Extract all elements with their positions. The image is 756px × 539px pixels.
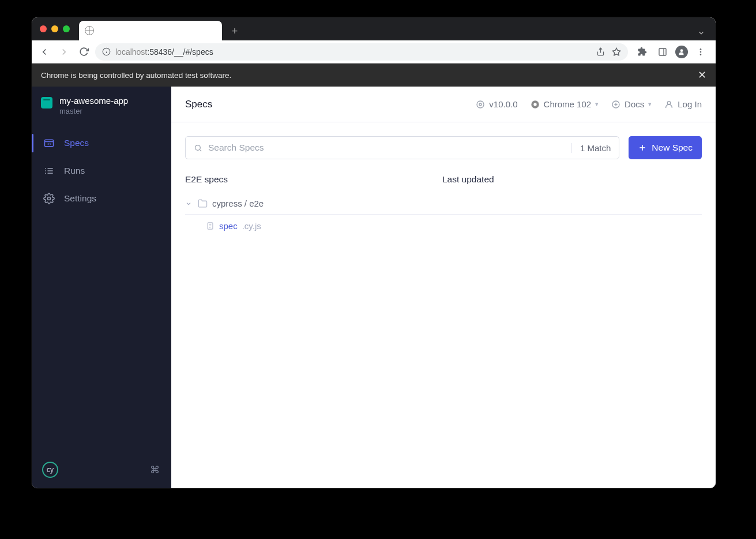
svg-point-24: [533, 103, 536, 106]
bookmark-icon[interactable]: [612, 47, 621, 57]
project-name: my-awesome-app: [59, 96, 128, 106]
chrome-icon: [531, 100, 540, 109]
svg-point-7: [680, 49, 683, 52]
version-item[interactable]: v10.0.0: [476, 99, 517, 109]
new-tab-button[interactable]: +: [227, 23, 243, 39]
user-icon: [664, 100, 674, 109]
extensions-button[interactable]: [634, 44, 650, 60]
site-info-icon[interactable]: [102, 47, 111, 56]
active-tab[interactable]: [79, 21, 222, 40]
svg-point-22: [479, 103, 482, 106]
new-spec-button[interactable]: New Spec: [629, 136, 702, 159]
sidebar-item-runs[interactable]: Runs: [32, 157, 171, 185]
cypress-app: my-awesome-app master <> Specs Runs: [32, 87, 716, 488]
spec-extension: .cy.js: [242, 221, 261, 231]
side-panel-button[interactable]: [655, 44, 671, 60]
chevron-down-icon: ▾: [648, 100, 652, 108]
svg-point-10: [700, 54, 702, 55]
tab-favicon-globe-icon: [85, 26, 94, 35]
docs-icon: [611, 100, 620, 109]
folder-label: cypress / e2e: [212, 199, 264, 208]
spec-row[interactable]: spec.cy.js: [185, 215, 702, 237]
svg-point-8: [700, 48, 702, 50]
document-icon: [206, 222, 215, 230]
content: Specs v10.0.0 Chrome 102 ▾: [171, 87, 716, 488]
sidebar-item-label: Specs: [64, 138, 89, 148]
project-header[interactable]: my-awesome-app master: [32, 87, 171, 126]
minimize-window-button[interactable]: [51, 25, 58, 32]
chevron-down-icon: ▾: [595, 100, 599, 108]
page-title: Specs: [185, 99, 212, 110]
keyboard-shortcuts-icon[interactable]: ⌘: [150, 464, 160, 476]
sidebar: my-awesome-app master <> Specs Runs: [32, 87, 171, 488]
svg-line-28: [200, 149, 201, 151]
sidebar-item-specs[interactable]: <> Specs: [32, 129, 171, 157]
sidebar-item-label: Runs: [64, 166, 85, 176]
browser-selector[interactable]: Chrome 102 ▾: [531, 99, 599, 109]
automation-infobar: Chrome is being controlled by automated …: [32, 63, 716, 87]
sidebar-item-label: Settings: [64, 193, 96, 204]
columns-header: E2E specs Last updated: [171, 159, 716, 193]
runs-icon: [43, 165, 55, 177]
infobar-close-button[interactable]: ✕: [698, 69, 706, 81]
tab-overflow-button[interactable]: [697, 29, 711, 40]
svg-point-27: [195, 145, 201, 150]
sidebar-nav: <> Specs Runs Settings: [32, 126, 171, 212]
profile-button[interactable]: [675, 46, 688, 58]
share-icon[interactable]: [596, 47, 605, 56]
login-button[interactable]: Log In: [664, 99, 702, 109]
svg-point-21: [477, 101, 484, 108]
maximize-window-button[interactable]: [63, 25, 70, 32]
spec-name: spec: [219, 221, 238, 231]
svg-point-20: [48, 197, 51, 200]
cypress-logo[interactable]: cy: [42, 462, 58, 478]
column-specs: E2E specs: [185, 174, 442, 185]
specs-icon: <>: [43, 137, 55, 149]
gear-icon: [43, 193, 55, 204]
svg-marker-4: [612, 48, 620, 55]
svg-rect-5: [659, 48, 666, 55]
project-icon: [41, 97, 52, 108]
svg-point-9: [700, 51, 702, 53]
plus-icon: [638, 143, 647, 152]
url-text: localhost:58436/__/#/specs: [115, 47, 213, 57]
search-icon: [194, 144, 202, 152]
project-branch: master: [59, 107, 128, 115]
search-match-count: 1 Match: [571, 143, 611, 153]
search-row: 1 Match New Spec: [171, 122, 716, 159]
sidebar-footer: cy ⌘: [32, 452, 171, 488]
window-controls: [36, 17, 76, 40]
address-bar[interactable]: localhost:58436/__/#/specs: [95, 43, 628, 61]
docs-link[interactable]: Docs ▾: [611, 99, 652, 109]
svg-text:<>: <>: [47, 142, 52, 146]
browser-toolbar: localhost:58436/__/#/specs: [32, 40, 716, 63]
folder-icon: [198, 199, 208, 208]
search-input[interactable]: [202, 143, 566, 153]
reload-button[interactable]: [76, 44, 92, 60]
chevron-down-icon: [185, 200, 193, 207]
spec-tree: cypress / e2e spec.cy.js: [171, 193, 716, 237]
version-icon: [476, 100, 485, 109]
search-box[interactable]: 1 Match: [185, 136, 619, 159]
column-updated: Last updated: [442, 174, 494, 185]
svg-point-26: [668, 101, 671, 104]
tab-strip: +: [32, 17, 716, 40]
folder-row[interactable]: cypress / e2e: [185, 193, 702, 215]
menu-button[interactable]: [693, 44, 709, 60]
back-button[interactable]: [36, 44, 52, 60]
content-header: Specs v10.0.0 Chrome 102 ▾: [171, 87, 716, 122]
sidebar-item-settings[interactable]: Settings: [32, 185, 171, 212]
infobar-text: Chrome is being controlled by automated …: [41, 71, 231, 80]
forward-button[interactable]: [56, 44, 72, 60]
close-window-button[interactable]: [40, 25, 47, 32]
browser-window: + localhost:58436/__/#/specs: [32, 17, 716, 488]
